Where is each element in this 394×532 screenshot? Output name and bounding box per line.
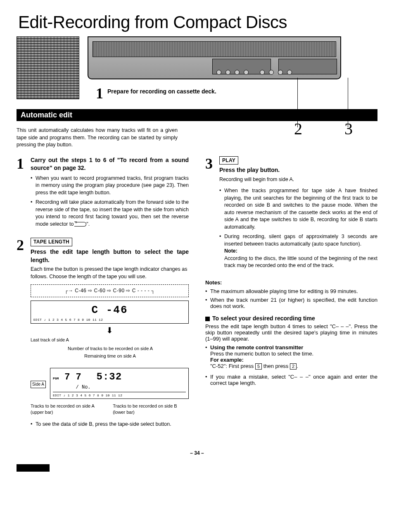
step-3-number: 3 — [205, 156, 215, 272]
callout-number-2: 2 — [294, 119, 302, 138]
step-3-heading: Press the play button. — [219, 166, 377, 174]
key-2: 2 — [290, 363, 297, 370]
play-label: PLAY — [219, 156, 238, 165]
callout-number-1: 1 — [96, 86, 103, 101]
intro-paragraph: This unit automatically calculates how m… — [17, 127, 178, 149]
select-time-body: Press the edit tape length button 4 time… — [205, 323, 377, 342]
remote-control-heading: Using the remote control transmitter — [210, 344, 303, 351]
annotation-remaining-time: Remaining time on side A — [84, 353, 136, 359]
side-a-tag: Side A — [31, 381, 46, 388]
display-2-trackcount: 7 — [64, 371, 70, 384]
tape-length-label: TAPE LENGTH — [31, 238, 72, 246]
left-column: 1 Carry out the steps 1 to 6 of "To reco… — [17, 156, 189, 438]
callout-number-3: 3 — [344, 119, 353, 138]
display-1-segment: C -46 — [33, 303, 186, 317]
step-3-bullet-1: When the tracks programmed for tape side… — [219, 187, 377, 231]
step-1-heading: Carry out the steps 1 to 6 of "To record… — [31, 156, 189, 172]
step-3: 3 PLAY Press the play button. Recording … — [205, 156, 377, 272]
section-heading-automatic-edit: Automatic edit — [17, 109, 377, 121]
display-2-time: 5:32 — [97, 370, 122, 384]
last-track-label: Last track of side A — [31, 337, 189, 343]
right-column: 3 PLAY Press the play button. Recording … — [205, 156, 377, 438]
footer-black-block — [17, 464, 50, 472]
display-1-trackrow: EDIT ♪ 1 2 3 4 5 6 7 8 9 10 11 12 — [33, 317, 186, 322]
diagram-annotations: Number of tracks to be recorded on side … — [31, 346, 189, 368]
hero-row: 1 Prepare for recording on cassette deck… — [17, 36, 377, 101]
remote-control-block: Using the remote control transmitter Pre… — [205, 344, 377, 370]
caption-side-b: Tracks to be recorded on side B (lower b… — [113, 403, 189, 416]
arrow-down-icon: ⬇ — [31, 326, 189, 334]
display-2-no-label: / No. — [76, 384, 91, 391]
display-2-trackno: 7 — [76, 372, 81, 382]
step-2-footnote: To see the data of side B, press the tap… — [31, 421, 189, 428]
notes-bullet-1: The maximum allowable playing time for e… — [205, 288, 377, 294]
step-3-note-text: According to the discs, the little sound… — [224, 255, 377, 269]
caption-side-a: Tracks to be recorded on side A (upper b… — [31, 403, 107, 416]
display-captions: Tracks to be recorded on side A (upper b… — [31, 403, 189, 416]
step-3-note-label: Note: — [224, 248, 237, 254]
example-text: "C-52": First press 5 then press 2. — [210, 363, 298, 369]
stereo-system-illustration — [17, 36, 79, 99]
step-2-heading: Press the edit tape length button to sel… — [31, 248, 189, 264]
step-1-number: 1 — [17, 156, 26, 231]
cd-player-wrap: 1 Prepare for recording on cassette deck… — [88, 36, 341, 101]
display-2-trackrow: EDIT ♪ 1 2 3 4 5 6 7 8 9 10 11 12 — [53, 393, 186, 398]
notes-bullet-2: When the track number 21 (or higher) is … — [205, 297, 377, 309]
display-1: C -46 EDIT ♪ 1 2 3 4 5 6 7 8 9 10 11 12 — [31, 301, 189, 324]
step-2-number: 2 — [17, 238, 26, 430]
cd-player-illustration — [88, 36, 341, 79]
step-3-bullet-2: During recording, silent gaps of approxi… — [219, 233, 377, 270]
step-1: 1 Carry out the steps 1 to 6 of "To reco… — [17, 156, 189, 231]
annotation-num-tracks: Number of tracks to be recorded on side … — [68, 346, 153, 352]
select-time-heading: To select your desired recording time — [205, 315, 377, 322]
step-1-bullet-1: When you want to record programmed track… — [31, 175, 189, 197]
callout-1-text: Prepare for recording on cassette deck. — [107, 88, 216, 95]
notes-block: Notes: The maximum allowable playing tim… — [205, 279, 377, 309]
step-2-body: Each time the button is pressed the tape… — [31, 266, 189, 280]
page-title: Edit-Recording from Compact Discs — [18, 12, 377, 32]
reverse-mode-icon — [77, 222, 86, 227]
callout-step-1: 1 Prepare for recording on cassette deck… — [96, 86, 216, 101]
remote-control-body: Press the numeric button to select the t… — [210, 351, 313, 357]
page-number: – 34 – — [17, 450, 377, 456]
pgm-label: PGM — [53, 376, 59, 381]
step-3-subtext: Recording will begin from side A. — [219, 176, 377, 184]
notes-heading: Notes: — [205, 279, 377, 286]
step-1-bullet-2: Recording will take place automatically … — [31, 199, 189, 228]
step-2: 2 TAPE LENGTH Press the edit tape length… — [17, 238, 189, 430]
tape-length-flow: ┌→ C-46 ⇨ C-60 ⇨ C-90 ⇨ C - - - - ┐ — [31, 284, 189, 297]
display-2: PGM 7 7 / No. 5:32 EDIT ♪ 1 2 3 4 5 6 7 … — [50, 368, 189, 399]
example-label: For example: — [210, 357, 244, 363]
mistake-note: If you make a mistake, select "C– – –" o… — [205, 374, 377, 386]
square-bullet-icon — [205, 317, 210, 321]
key-5: 5 — [255, 363, 262, 370]
